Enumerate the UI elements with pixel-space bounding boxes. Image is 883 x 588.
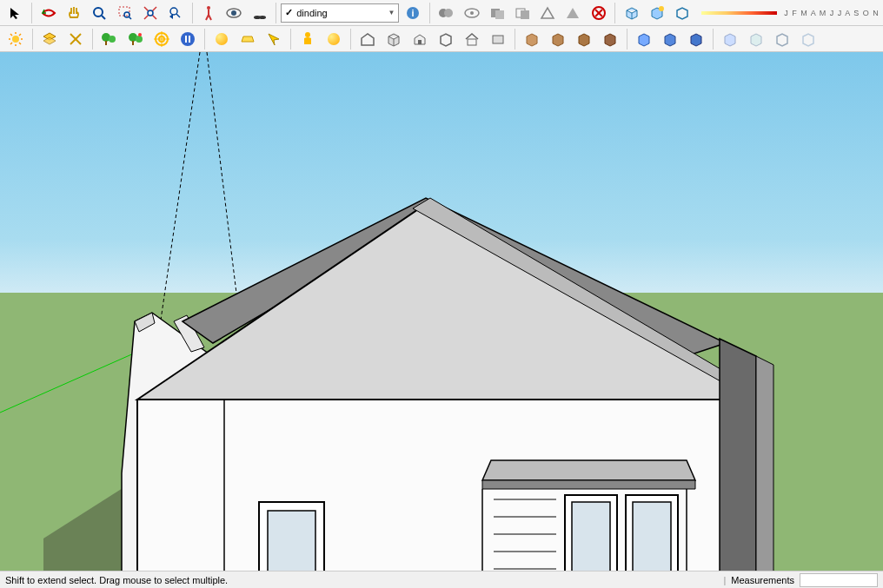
svg-line-17 [209, 15, 211, 20]
paint-icon[interactable] [646, 2, 669, 24]
status-bar: Shift to extend select. Drag mouse to se… [0, 571, 883, 588]
box-open-icon[interactable] [434, 28, 458, 50]
svg-line-73 [207, 52, 240, 321]
sun-icon[interactable] [3, 28, 28, 50]
pause-icon[interactable] [176, 28, 200, 50]
layer-check-icon: ✓ [285, 7, 293, 18]
svg-point-25 [444, 9, 453, 17]
blue-box-1-icon[interactable] [632, 28, 656, 50]
layer-name: dinding [296, 8, 327, 18]
svg-line-43 [10, 34, 12, 36]
svg-point-67 [305, 32, 310, 37]
orange-sphere-icon[interactable] [322, 28, 346, 50]
svg-line-9 [152, 15, 156, 19]
material-1-icon[interactable] [520, 28, 544, 50]
sphere-icon[interactable] [209, 28, 234, 50]
zoom-window-icon[interactable] [113, 2, 136, 24]
zoom-previous-icon[interactable] [163, 2, 187, 24]
select-tool[interactable] [3, 2, 27, 24]
house-open-icon[interactable] [355, 28, 380, 50]
measurements-section: | Measurements [723, 573, 878, 587]
layer-dropdown[interactable]: ✓ dinding ▼ [281, 3, 399, 23]
svg-line-45 [19, 34, 21, 36]
svg-rect-68 [418, 40, 422, 44]
light-box-1-icon[interactable] [718, 28, 742, 50]
svg-marker-87 [482, 480, 695, 489]
material-2-icon[interactable] [546, 28, 570, 50]
plane-icon[interactable] [236, 28, 260, 50]
style-icon[interactable] [671, 2, 694, 24]
viewport-3d[interactable] [0, 52, 883, 586]
solid-outer-icon[interactable] [561, 2, 585, 24]
measurements-input[interactable] [800, 573, 878, 587]
toolbar-row-2 [0, 26, 883, 52]
status-hint: Shift to extend select. Drag mouse to se… [5, 575, 228, 585]
trees-icon[interactable] [123, 28, 148, 50]
separator [204, 29, 205, 50]
box-icon[interactable] [382, 28, 406, 50]
zoom-extents-icon[interactable] [138, 2, 162, 24]
light-box-2-icon[interactable] [744, 28, 768, 50]
delete-icon[interactable] [587, 2, 610, 24]
svg-marker-32 [541, 8, 554, 18]
target-icon[interactable] [149, 28, 174, 50]
svg-marker-13 [169, 14, 173, 19]
svg-point-21 [259, 16, 266, 19]
xray-icon[interactable] [63, 28, 88, 50]
solid-split-icon[interactable] [536, 2, 560, 24]
solid-trim-icon[interactable] [510, 2, 534, 24]
separator [515, 29, 515, 50]
pan-icon[interactable] [62, 2, 85, 24]
light-box-4-icon[interactable] [796, 28, 820, 50]
svg-point-11 [170, 8, 177, 15]
solid-intersect-icon[interactable] [460, 2, 483, 24]
svg-text:i: i [412, 8, 415, 18]
layer-info-icon[interactable]: i [401, 2, 424, 24]
separator [429, 3, 430, 23]
svg-line-7 [152, 7, 156, 11]
separator [32, 29, 33, 50]
light-box-3-icon[interactable] [770, 28, 794, 50]
svg-line-5 [129, 17, 131, 19]
material-3-icon[interactable] [572, 28, 596, 50]
material-4-icon[interactable] [598, 28, 622, 50]
component-icon[interactable] [620, 2, 643, 24]
svg-marker-84 [720, 339, 756, 586]
svg-rect-31 [521, 10, 529, 19]
arrow-icon[interactable] [262, 28, 286, 50]
svg-marker-48 [43, 37, 56, 44]
toolbar-row-1: ✓ dinding ▼ i J F M A M J J A S O N [0, 0, 883, 26]
svg-marker-65 [242, 36, 254, 42]
separator [350, 29, 351, 50]
zoom-icon[interactable] [88, 2, 111, 24]
look-around-icon[interactable] [222, 2, 246, 24]
svg-rect-64 [189, 36, 190, 43]
shadow-gradient [701, 11, 777, 15]
dropdown-arrow-icon: ▼ [388, 9, 395, 17]
svg-point-38 [12, 36, 19, 43]
solid-union-icon[interactable] [435, 2, 458, 24]
solid-subtract-icon[interactable] [485, 2, 508, 24]
blue-box-3-icon[interactable] [684, 28, 708, 50]
svg-rect-70 [493, 36, 503, 43]
box-flat-icon[interactable] [486, 28, 510, 50]
house-roof-icon[interactable] [460, 28, 484, 50]
svg-point-14 [207, 6, 210, 10]
layers-icon[interactable] [37, 28, 62, 50]
svg-point-19 [231, 10, 236, 16]
orbit-icon[interactable] [37, 2, 60, 24]
walk-icon[interactable] [197, 2, 221, 24]
svg-marker-33 [567, 8, 579, 18]
separator [276, 3, 276, 23]
person-icon[interactable] [295, 28, 320, 50]
months-label: J F M A M J J A S O N [784, 9, 880, 17]
house-small-icon[interactable] [408, 28, 432, 50]
separator [713, 29, 714, 50]
separator [92, 29, 93, 50]
svg-line-46 [10, 43, 12, 44]
position-camera-icon[interactable] [248, 2, 271, 24]
svg-line-6 [144, 7, 149, 11]
blue-box-2-icon[interactable] [658, 28, 682, 50]
separator [192, 3, 193, 23]
vegetation-icon[interactable] [97, 28, 122, 50]
